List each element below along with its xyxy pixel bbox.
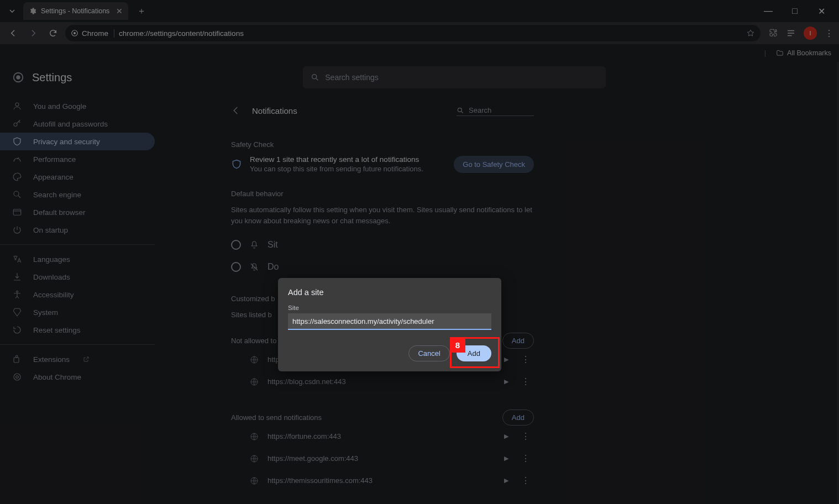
dialog-title: Add a site (288, 288, 491, 297)
annotation-callout: 8 (450, 337, 500, 368)
cancel-button[interactable]: Cancel (408, 345, 449, 361)
dialog-field-label: Site (288, 305, 491, 311)
annotation-number: 8 (450, 337, 465, 353)
modal-backdrop (0, 0, 839, 504)
site-url-input[interactable] (288, 313, 491, 330)
